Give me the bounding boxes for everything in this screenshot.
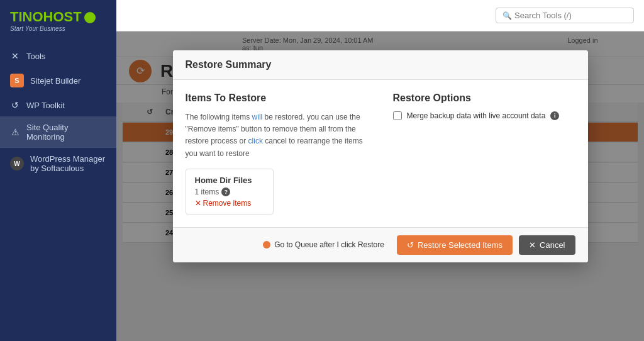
sitejet-icon: S (10, 74, 24, 87)
topbar: 🔍 (116, 0, 644, 31)
sidebar-item-site-quality[interactable]: ⚠ Site Quality Monitoring (0, 116, 116, 148)
brand-icon: ⌂ (84, 12, 96, 23)
queue-option: Go to Queue after I click Restore (263, 240, 384, 249)
modal-footer: Go to Queue after I click Restore ↺ Rest… (173, 227, 588, 262)
restore-selected-button[interactable]: ↺ Restore Selected Items (397, 235, 513, 255)
remove-icon: ✕ (195, 199, 201, 208)
logo-area: TINOHOST⌂ Start Your Business (0, 0, 116, 38)
items-section-title: Items To Restore (186, 92, 368, 104)
site-quality-icon: ⚠ (10, 127, 20, 137)
brand-name: TINOHOST⌂ (10, 9, 106, 25)
modal-body: Items To Restore The following items wil… (173, 80, 588, 227)
item-count-info-icon[interactable]: ? (221, 187, 230, 196)
background-content: Server Date: Mon, Jan 29, 2024, 10:01 AM… (116, 31, 644, 341)
restore-icon: ↺ (407, 240, 414, 250)
sidebar-item-wordpress-manager[interactable]: W WordPress Manager by Softaculous (0, 148, 116, 179)
merge-option-row: Merge backup data with live account data… (393, 111, 575, 120)
sidebar-item-sitejet-label: Sitejet Builder (30, 76, 80, 86)
sidebar: TINOHOST⌂ Start Your Business ✕ Tools S … (0, 0, 116, 341)
merge-checkbox[interactable] (393, 111, 402, 120)
item-card-count: 1 items ? (195, 187, 264, 196)
search-box[interactable]: 🔍 (496, 8, 634, 23)
click-text: click (248, 137, 263, 145)
items-to-restore-section: Items To Restore The following items wil… (186, 92, 368, 215)
remove-items-button[interactable]: ✕ Remove items (195, 199, 264, 208)
tools-icon: ✕ (10, 51, 20, 61)
cancel-button-label: Cancel (540, 240, 565, 250)
merge-label: Merge backup data with live account data (407, 111, 546, 120)
sidebar-item-tools-label: Tools (26, 52, 45, 61)
remove-label: Remove items (203, 199, 252, 208)
brand-tagline: Start Your Business (10, 25, 106, 32)
options-section-title: Restore Options (393, 92, 575, 104)
sidebar-item-wptoolkit-label: WP Toolkit (26, 101, 65, 110)
queue-label: Go to Queue after I click Restore (274, 240, 384, 249)
restore-button-label: Restore Selected Items (418, 240, 502, 250)
cancel-button[interactable]: ✕ Cancel (519, 235, 575, 255)
restore-summary-modal: Restore Summary Items To Restore The fol… (173, 50, 588, 262)
will-text: will (252, 113, 263, 121)
search-icon: 🔍 (502, 11, 512, 20)
brand-part1: TINO (10, 9, 43, 25)
sidebar-item-site-quality-label: Site Quality Monitoring (26, 123, 106, 142)
cancel-icon: ✕ (529, 240, 536, 250)
home-dir-files-card: Home Dir Files 1 items ? ✕ Remove items (186, 169, 274, 215)
sidebar-item-tools[interactable]: ✕ Tools (0, 45, 116, 67)
modal-title: Restore Summary (173, 50, 588, 80)
merge-info-icon[interactable]: i (550, 111, 559, 120)
sidebar-item-wptoolkit[interactable]: ↺ WP Toolkit (0, 94, 116, 116)
brand-part2: HOST (43, 9, 82, 25)
wp-toolkit-icon: ↺ (10, 100, 20, 110)
item-card-title: Home Dir Files (195, 176, 264, 185)
search-input[interactable] (514, 11, 627, 20)
restore-options-section: Restore Options Merge backup data with l… (393, 92, 575, 215)
sidebar-item-wordpress-manager-label: WordPress Manager by Softaculous (30, 154, 106, 173)
item-count-text: 1 items (195, 187, 219, 196)
wordpress-manager-icon: W (10, 157, 24, 170)
main-area: 🔍 Server Date: Mon, Jan 29, 2024, 10:01 … (116, 0, 644, 341)
sidebar-item-sitejet[interactable]: S Sitejet Builder (0, 67, 116, 94)
items-description: The following items will be restored. yo… (186, 111, 368, 160)
queue-dot-icon (263, 241, 270, 249)
modal-overlay: Restore Summary Items To Restore The fol… (116, 31, 644, 341)
sidebar-navigation: ✕ Tools S Sitejet Builder ↺ WP Toolkit ⚠… (0, 45, 116, 341)
modal-columns: Items To Restore The following items wil… (186, 92, 575, 215)
